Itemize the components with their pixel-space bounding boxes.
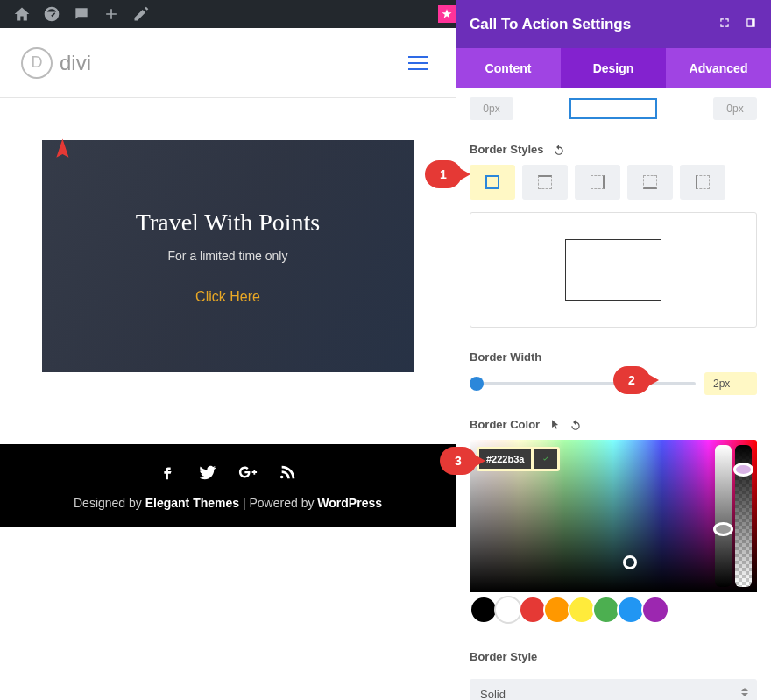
border-preview [470,212,757,328]
chevron-updown-icon [741,688,748,696]
spacing-preview [569,98,657,119]
swatch-row [470,592,757,627]
panel-header: Call To Action Settings [456,0,771,48]
comment-icon[interactable] [67,0,96,28]
cta-module[interactable]: Travel With Points For a limited time on… [42,140,414,372]
pencil-icon[interactable] [126,0,156,28]
spacing-right[interactable]: 0px [713,97,757,120]
tab-content[interactable]: Content [456,48,561,88]
pointer-icon[interactable] [548,419,561,431]
lightness-bar[interactable] [715,445,732,587]
tab-design[interactable]: Design [561,48,666,88]
border-bottom[interactable] [627,165,673,200]
hex-input[interactable]: #222b3a [477,447,560,471]
callout-2: 2 [613,366,650,394]
border-style-select[interactable]: Solid [470,679,757,700]
opacity-bar[interactable] [735,445,752,587]
social-row [158,463,298,485]
spacing-left[interactable]: 0px [470,97,513,120]
preview-pane: D divi Travel With Points For a limited … [0,28,456,700]
settings-tabs: Content Design Advanced [456,48,771,88]
settings-panel: Call To Action Settings Content Design A… [456,0,771,700]
border-width-label: Border Width [470,350,757,364]
rss-icon[interactable] [279,463,298,485]
expand-icon[interactable] [718,17,731,32]
border-width-slider[interactable] [470,382,696,385]
site-logo[interactable]: D divi [21,47,91,79]
footer-credit: Designed by Elegant Themes | Powered by … [74,496,382,510]
panel-title: Call To Action Settings [470,16,631,33]
border-color-label: Border Color [470,418,757,431]
border-style-label: Border Style [470,650,757,663]
border-left[interactable] [680,165,725,200]
dock-icon[interactable] [745,17,757,32]
panel-body[interactable]: 0px 0px Border Styles Border Width 2px B… [456,88,771,700]
reset-color-icon[interactable] [569,419,582,431]
tab-advanced[interactable]: Advanced [666,48,771,88]
logo-ring: D [21,47,53,79]
color-canvas[interactable]: #222b3a [470,440,757,592]
googleplus-icon[interactable] [238,463,258,485]
spacing-row: 0px 0px [470,97,757,120]
border-all[interactable] [470,165,515,200]
callout-3: 3 [440,447,477,475]
plus-icon[interactable] [96,0,126,28]
color-cursor[interactable] [623,555,637,569]
menu-toggle[interactable] [401,49,435,77]
star-badge-icon[interactable] [438,5,456,23]
cta-subtitle: For a limited time only [168,249,288,263]
site-footer: Designed by Elegant Themes | Powered by … [0,444,456,527]
site-header: D divi [0,28,456,98]
cta-button[interactable]: Click Here [195,289,260,305]
twitter-icon[interactable] [198,463,217,485]
callout-1: 1 [425,160,462,188]
home-icon[interactable] [7,0,37,28]
border-styles-label: Border Styles [470,143,757,156]
border-top[interactable] [522,165,568,200]
hex-confirm-icon[interactable] [534,449,557,469]
cta-title: Travel With Points [136,209,320,237]
border-width-value[interactable]: 2px [704,372,757,395]
swatch-purple[interactable] [641,596,669,624]
reset-icon[interactable] [553,144,565,156]
facebook-icon[interactable] [158,463,177,485]
border-right[interactable] [575,165,620,200]
dashboard-icon[interactable] [37,0,67,28]
color-picker: #222b3a [470,440,757,627]
logo-text: divi [60,51,91,75]
border-side-selector [470,165,757,200]
